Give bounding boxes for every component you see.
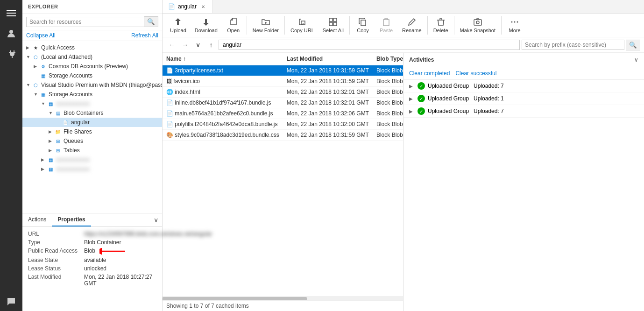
tree-item-storage-accounts[interactable]: ▼ ▦ Storage Accounts — [22, 90, 162, 99]
toolbar-separator-3 — [349, 16, 350, 35]
up-button[interactable]: ↑ — [205, 39, 217, 50]
cell-modified: Mon, 22 Jan 2018 10:32:00 GMT — [283, 119, 373, 130]
quick-access-icon: ★ — [32, 44, 39, 51]
activity-expand-icon: ▶ — [409, 84, 415, 89]
tree-item-vs-premium[interactable]: ▼ ⬡ Visual Studio Premium with MSDN (thi… — [22, 80, 162, 90]
tree-item-angular[interactable]: ▶ 📄 angular — [22, 118, 162, 127]
table-row[interactable]: 🖼 favicon.ico Mon, 22 Jan 2018 10:31:59 … — [163, 76, 403, 87]
prefix-search-input[interactable] — [522, 40, 624, 50]
activity-item[interactable]: ▶ ✓ Uploaded Group Uploaded: 1 — [403, 92, 644, 105]
table-row[interactable]: 📄 3rdpartylicenses.txt Mon, 22 Jan 2018 … — [163, 65, 403, 76]
chevron-icon: ▼ — [41, 101, 47, 106]
table-row[interactable]: 🌐 index.html Mon, 22 Jan 2018 10:32:01 G… — [163, 87, 403, 98]
svg-point-15 — [514, 21, 516, 23]
tree-item-cosmos-db[interactable]: ▶ ⚙ Cosmos DB Accounts (Preview) — [22, 62, 162, 71]
back-button[interactable]: ← — [166, 39, 177, 50]
toolbar-separator-5 — [454, 16, 454, 35]
svg-rect-11 — [383, 20, 389, 26]
prefix-search-button[interactable]: 🔍 — [626, 40, 640, 50]
col-name[interactable]: Name ↑ — [163, 53, 283, 65]
tree-item-account-1[interactable]: ▼ ▦ xxxxxxxxxxxx — [22, 99, 162, 108]
toolbar-separator-4 — [427, 16, 428, 35]
status-bar: Showing 1 to 7 of 7 cached items — [163, 300, 403, 311]
account2-icon: ▦ — [47, 156, 54, 163]
horizontal-scrollbar[interactable] — [163, 297, 403, 300]
cell-modified: Mon, 22 Jan 2018 10:32:01 GMT — [283, 98, 373, 108]
dropdown-button[interactable]: ∨ — [192, 39, 204, 50]
tree-item-queues[interactable]: ▶ ⊞ Queues — [22, 136, 162, 146]
clear-completed-link[interactable]: Clear completed — [409, 70, 450, 77]
copy-button[interactable]: Copy — [352, 15, 374, 35]
activity-item[interactable]: ▶ ✓ Uploaded Group Uploaded: 7 — [403, 80, 644, 92]
person-icon[interactable] — [2, 24, 21, 43]
svg-rect-7 — [333, 18, 337, 21]
paste-button[interactable]: Paste — [375, 15, 397, 35]
table-row[interactable]: 📄 main.e5764a261bb2afee62c0.bundle.js Mo… — [163, 108, 403, 119]
delete-button[interactable]: Delete — [430, 15, 452, 35]
chevron-icon: ▼ — [26, 55, 32, 59]
tree-item-label: Queues — [64, 138, 160, 144]
properties-panel: Actions Properties ∨ URL https://s123456… — [22, 213, 163, 311]
hamburger-icon[interactable] — [2, 4, 21, 22]
tab-angular[interactable]: 📄 angular ✕ — [163, 0, 213, 13]
chevron-icon: ▼ — [34, 92, 39, 97]
tree-item-quick-access[interactable]: ▶ ★ Quick Access — [22, 43, 162, 52]
properties-collapse-icon[interactable]: ∨ — [154, 216, 158, 224]
tree-item-tables[interactable]: ▶ ⊞ Tables — [22, 146, 162, 155]
explorer-actions: Collapse All Refresh All — [22, 30, 162, 41]
activity-expand-icon: ▶ — [409, 96, 415, 101]
cell-type: Block Blob — [373, 119, 403, 130]
svg-rect-6 — [329, 18, 333, 21]
forward-button[interactable]: → — [179, 39, 191, 50]
svg-point-16 — [517, 21, 518, 23]
tree-item-local-attached[interactable]: ▼ ⬡ (Local and Attached) — [22, 52, 162, 62]
select-all-button[interactable]: Select All — [319, 15, 347, 35]
cell-modified: Mon, 22 Jan 2018 10:31:59 GMT — [283, 65, 373, 76]
activity-item[interactable]: ▶ ✓ Uploaded Group Uploaded: 7 — [403, 105, 644, 118]
download-button[interactable]: Download — [191, 15, 221, 35]
rename-button[interactable]: Rename — [398, 15, 425, 35]
search-input[interactable] — [26, 17, 144, 27]
search-button[interactable]: 🔍 — [144, 16, 158, 27]
col-blob-type[interactable]: Blob Type — [373, 53, 403, 65]
tree-item-label: xxxxxxxxxxxx — [56, 156, 160, 163]
plug-icon[interactable] — [2, 45, 21, 64]
svg-rect-1 — [7, 13, 16, 14]
upload-button[interactable]: Upload — [166, 15, 190, 35]
copy-url-button[interactable]: Copy URL — [287, 15, 318, 35]
chevron-icon: ▶ — [49, 139, 54, 143]
address-input[interactable] — [219, 40, 520, 50]
storage-icon: ▦ — [39, 72, 47, 79]
open-button[interactable]: Open — [222, 15, 245, 35]
activities-collapse-icon[interactable]: ∨ — [634, 57, 638, 63]
tab-properties[interactable]: Properties — [52, 213, 91, 226]
explorer-header: EXPLORER — [22, 0, 162, 14]
tab-actions[interactable]: Actions — [22, 213, 52, 226]
table-row[interactable]: 🎨 styles.9c0ad738f18adc3d19ed.bundle.css… — [163, 130, 403, 141]
collapse-all-link[interactable]: Collapse All — [26, 32, 56, 39]
tree-item-blob-containers[interactable]: ▼ ▤ Blob Containers — [22, 108, 162, 118]
cell-name: 📄 3rdpartylicenses.txt — [163, 65, 283, 76]
file-table: Name ↑ Last Modified Blob Type Content T… — [163, 53, 403, 141]
tree-item-file-shares[interactable]: ▶ 📁 File Shares — [22, 127, 162, 136]
table-row[interactable]: 📄 inline.db8bef41b1df97a4f167.bundle.js … — [163, 98, 403, 108]
prop-row-lease-state: Lease State available — [28, 257, 156, 263]
prop-label-type: Type — [28, 239, 84, 246]
tab-close-button[interactable]: ✕ — [199, 3, 207, 10]
col-last-modified[interactable]: Last Modified — [283, 53, 373, 65]
refresh-all-link[interactable]: Refresh All — [131, 32, 158, 39]
make-snapshot-button[interactable]: Make Snapshot — [456, 15, 499, 35]
tree-item-account-3[interactable]: ▶ ▦ xxxxxxxxxxxx — [22, 164, 162, 174]
tree-item-storage-top[interactable]: ▶ ▦ Storage Accounts — [22, 71, 162, 80]
activity-detail: Uploaded: 1 — [474, 95, 504, 102]
tree-item-label: Storage Accounts — [49, 91, 160, 98]
tree-item-label: Storage Accounts — [49, 72, 160, 79]
clear-successful-link[interactable]: Clear successful — [455, 70, 496, 77]
explorer-panel: EXPLORER 🔍 Collapse All Refresh All ▶ ★ … — [22, 0, 163, 311]
feedback-icon[interactable] — [2, 292, 21, 311]
new-folder-button[interactable]: New Folder — [249, 15, 283, 35]
more-button[interactable]: More — [503, 15, 526, 35]
table-row[interactable]: 📄 polyfills.f20484b2fa4642e0dca8.bundle.… — [163, 119, 403, 130]
tree-item-account-2[interactable]: ▶ ▦ xxxxxxxxxxxx — [22, 155, 162, 164]
cell-modified: Mon, 22 Jan 2018 10:31:59 GMT — [283, 76, 373, 87]
